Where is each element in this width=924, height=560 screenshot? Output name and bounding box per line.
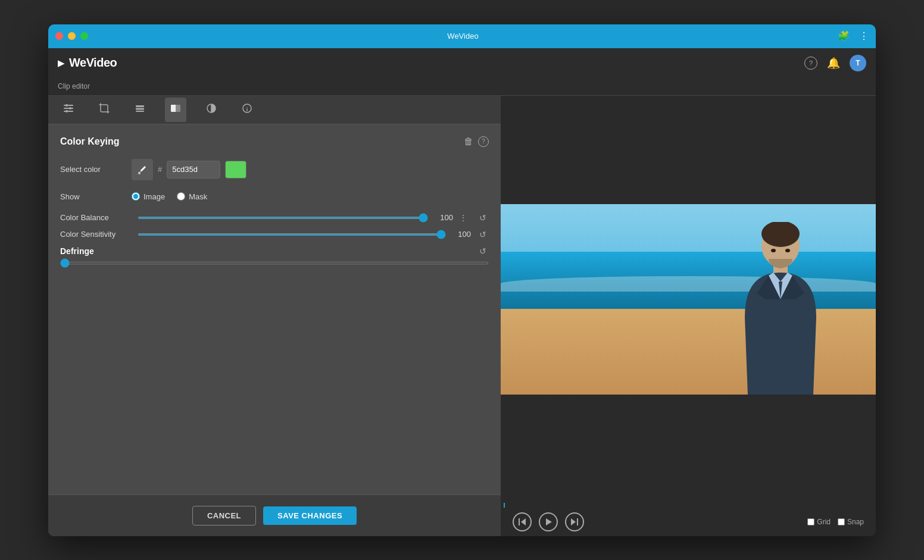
svg-point-20 [785, 249, 790, 252]
snap-checkbox[interactable] [838, 518, 845, 525]
panel-content: Color Keying 🗑 ? Select color [48, 124, 501, 495]
show-radio-group: Image Mask [132, 192, 207, 201]
toolbar-tabs: i [48, 96, 501, 124]
color-swatch[interactable] [225, 161, 246, 179]
left-panel: i Color Keying 🗑 ? Select color [48, 96, 501, 536]
svg-point-16 [761, 222, 800, 247]
skip-back-button[interactable] [513, 512, 532, 531]
svg-point-5 [65, 110, 68, 112]
logo-play-icon: ▶ [58, 58, 64, 68]
preview-controls: Grid Snap [501, 508, 876, 536]
title-bar-actions: 🧩 ⋮ [838, 30, 869, 42]
section-title: Color Keying [60, 136, 120, 147]
color-hex-input[interactable] [167, 161, 220, 179]
tab-color-correct[interactable] [201, 98, 222, 122]
skip-forward-button[interactable] [565, 512, 584, 531]
header-right: ? 🔔 T [804, 55, 866, 71]
color-balance-value: 100 [434, 213, 453, 222]
tab-info[interactable]: i [236, 98, 258, 122]
radio-image-label: Image [143, 192, 165, 201]
color-balance-reset[interactable]: ↺ [477, 213, 489, 223]
color-balance-slider[interactable] [138, 217, 428, 219]
close-button[interactable] [55, 32, 63, 40]
right-panel: Grid Snap [501, 96, 876, 536]
svg-rect-2 [64, 111, 73, 112]
radio-mask-label: Mask [189, 192, 207, 201]
defringe-title: Defringe [60, 246, 94, 256]
defringe-header: Defringe ↺ [60, 246, 489, 256]
breadcrumb-bar: Clip editor [48, 78, 876, 96]
section-actions: 🗑 ? [464, 136, 489, 147]
window-title: WeVideo [88, 32, 838, 40]
preview-image [501, 204, 876, 395]
section-header: Color Keying 🗑 ? [60, 136, 489, 147]
logo-text: WeVideo [69, 56, 117, 70]
save-changes-button[interactable]: SAVE CHANGES [263, 506, 357, 525]
color-sensitivity-value: 100 [452, 230, 471, 239]
svg-marker-21 [521, 518, 526, 525]
app-header: ▶ WeVideo ? 🔔 T [48, 48, 876, 78]
grid-checkbox-label[interactable]: Grid [807, 518, 831, 526]
grid-label: Grid [817, 518, 831, 526]
grid-checkbox[interactable] [807, 518, 814, 525]
svg-rect-10 [176, 105, 180, 112]
cancel-button[interactable]: CANCEL [192, 506, 256, 525]
svg-text:i: i [246, 106, 248, 112]
defringe-reset[interactable]: ↺ [477, 246, 489, 256]
svg-marker-23 [546, 518, 552, 525]
delete-button[interactable]: 🗑 [464, 136, 473, 147]
svg-point-4 [69, 107, 71, 110]
help-section-icon[interactable]: ? [478, 136, 489, 147]
svg-rect-6 [136, 105, 144, 107]
select-color-label: Select color [60, 165, 132, 174]
minimize-button[interactable] [68, 32, 76, 40]
maximize-button[interactable] [80, 32, 88, 40]
view-options: Grid Snap [807, 518, 864, 526]
show-row: Show Image Mask [60, 192, 489, 201]
snap-checkbox-label[interactable]: Snap [838, 518, 864, 526]
puzzle-icon[interactable]: 🧩 [838, 30, 850, 42]
tab-filters[interactable] [58, 98, 79, 122]
radio-mask[interactable]: Mask [177, 192, 207, 201]
show-label: Show [60, 192, 132, 201]
window-controls [55, 32, 88, 40]
help-icon[interactable]: ? [804, 57, 817, 70]
svg-point-3 [65, 104, 68, 107]
title-bar: WeVideo 🧩 ⋮ [48, 24, 876, 48]
avatar[interactable]: T [850, 55, 866, 71]
more-menu-icon[interactable]: ⋮ [859, 30, 869, 42]
progress-indicator [504, 503, 505, 508]
color-controls: # [132, 159, 246, 180]
preview-area [501, 96, 876, 503]
svg-rect-0 [64, 105, 73, 106]
radio-image-input[interactable] [132, 192, 140, 201]
main-layout: i Color Keying 🗑 ? Select color [48, 96, 876, 536]
tab-layers[interactable] [129, 98, 151, 122]
radio-image[interactable]: Image [132, 192, 165, 201]
svg-rect-22 [519, 518, 520, 525]
eyedropper-button[interactable] [132, 159, 153, 180]
radio-mask-input[interactable] [177, 192, 185, 201]
color-sensitivity-row: Color Sensitivity 100 ↺ [60, 230, 489, 239]
color-sensitivity-label: Color Sensitivity [60, 230, 132, 239]
svg-rect-1 [64, 108, 73, 109]
notification-icon[interactable]: 🔔 [827, 57, 840, 70]
app-window: WeVideo 🧩 ⋮ ▶ WeVideo ? 🔔 T Clip editor [48, 24, 876, 536]
select-color-row: Select color # [60, 159, 489, 180]
color-balance-more-icon: ⋮ [459, 213, 471, 223]
playback-controls [513, 512, 584, 531]
color-sensitivity-reset[interactable]: ↺ [477, 230, 489, 239]
svg-marker-24 [571, 518, 576, 525]
defringe-slider-row [60, 262, 489, 264]
snap-label: Snap [847, 518, 864, 526]
progress-bar-area [501, 503, 876, 508]
panel-footer: CANCEL SAVE CHANGES [48, 495, 501, 536]
svg-rect-8 [136, 111, 144, 112]
defringe-slider[interactable] [60, 262, 489, 264]
tab-crop[interactable] [93, 98, 115, 122]
tab-color-key[interactable] [165, 98, 186, 122]
play-pause-button[interactable] [539, 512, 558, 531]
color-sensitivity-slider[interactable] [138, 233, 446, 236]
svg-point-19 [771, 249, 776, 252]
svg-rect-7 [136, 108, 144, 110]
